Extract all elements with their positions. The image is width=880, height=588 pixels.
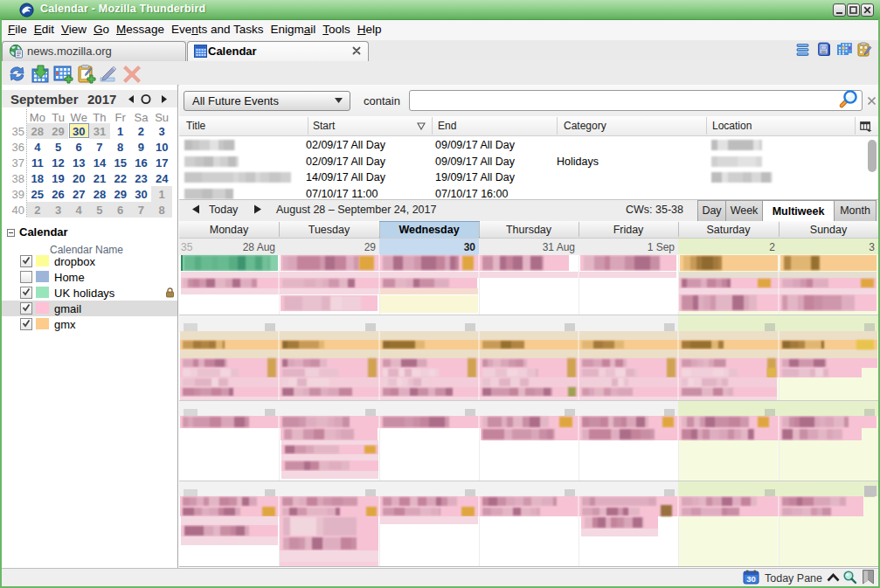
- svg-text:30: 30: [746, 574, 756, 584]
